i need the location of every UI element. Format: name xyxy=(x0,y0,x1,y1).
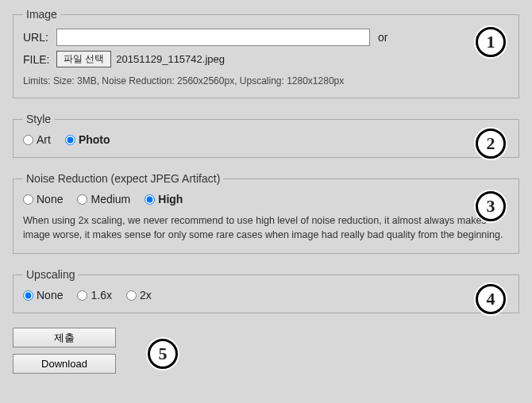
noise-high-radio[interactable] xyxy=(145,194,155,205)
style-fieldset: Style Art Photo 2 xyxy=(13,113,519,158)
noise-fieldset: Noise Reduction (expect JPEG Artifact) N… xyxy=(13,172,519,254)
footer-actions: 제출 Download 5 xyxy=(13,328,519,380)
style-photo-radio[interactable] xyxy=(65,135,75,145)
upscale-2x-option[interactable]: 2x xyxy=(126,289,152,301)
noise-none-label: None xyxy=(37,193,63,205)
upscale-2x-label: 2x xyxy=(140,289,152,301)
style-art-label: Art xyxy=(37,133,51,146)
style-photo-label: Photo xyxy=(79,133,110,146)
file-select-button[interactable]: 파일 선택 xyxy=(56,51,111,67)
file-name: 20151129_115742.jpeg xyxy=(116,53,225,65)
noise-description: When using 2x scaling, we never recommen… xyxy=(23,213,509,242)
url-label: URL: xyxy=(23,31,56,44)
upscaling-legend: Upscaling xyxy=(23,268,78,281)
download-button[interactable]: Download xyxy=(13,354,116,374)
annotation-badge-2: 2 xyxy=(476,129,506,159)
image-fieldset: Image URL: or FILE: 파일 선택 20151129_11574… xyxy=(13,8,519,98)
style-art-radio[interactable] xyxy=(23,135,33,145)
upscaling-fieldset: Upscaling None 1.6x 2x 4 xyxy=(13,268,519,313)
noise-medium-radio[interactable] xyxy=(77,194,87,205)
annotation-badge-4: 4 xyxy=(476,284,506,314)
noise-high-label: High xyxy=(158,193,183,205)
annotation-badge-5: 5 xyxy=(148,339,178,369)
annotation-badge-3: 3 xyxy=(476,191,506,221)
submit-button[interactable]: 제출 xyxy=(13,328,116,347)
noise-none-option[interactable]: None xyxy=(23,193,63,205)
upscale-2x-radio[interactable] xyxy=(126,290,137,301)
upscale-none-radio[interactable] xyxy=(23,290,33,301)
upscale-16x-label: 1.6x xyxy=(91,289,111,301)
style-art-option[interactable]: Art xyxy=(23,133,51,146)
limits-text: Limits: Size: 3MB, Noise Reduction: 2560… xyxy=(23,75,509,86)
style-legend: Style xyxy=(23,113,54,125)
annotation-badge-1: 1 xyxy=(476,27,506,57)
noise-medium-label: Medium xyxy=(91,193,130,205)
upscale-16x-option[interactable]: 1.6x xyxy=(77,289,111,301)
image-legend: Image xyxy=(23,8,60,21)
upscale-none-option[interactable]: None xyxy=(23,289,63,301)
file-label: FILE: xyxy=(23,53,56,66)
url-input[interactable] xyxy=(56,29,370,46)
upscale-16x-radio[interactable] xyxy=(77,290,87,301)
noise-legend: Noise Reduction (expect JPEG Artifact) xyxy=(23,172,223,185)
or-text: or xyxy=(378,31,387,44)
noise-high-option[interactable]: High xyxy=(145,193,183,205)
style-photo-option[interactable]: Photo xyxy=(65,133,110,146)
noise-medium-option[interactable]: Medium xyxy=(77,193,130,205)
noise-none-radio[interactable] xyxy=(23,194,33,205)
upscale-none-label: None xyxy=(37,289,63,301)
